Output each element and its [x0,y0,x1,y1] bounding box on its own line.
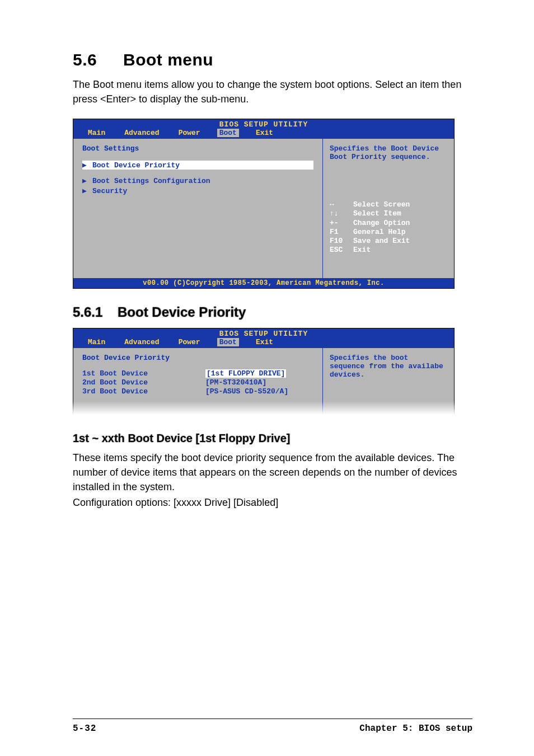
help-text: Specifies the boot sequence from the ava… [330,354,447,379]
menu-item-boot-settings-configuration[interactable]: ▶ Boot Settings Configuration [82,176,313,185]
section-heading: 5.6Boot menu [73,50,472,69]
key-arrows-lr: ↔ [330,200,353,209]
triangle-icon: ▶ [82,161,88,170]
row-value: [PS-ASUS CD-S520/A] [205,387,288,396]
tab-main[interactable]: Main [86,338,107,346]
bios-menubar: Main Advanced Power Boot Exit [73,129,454,139]
bios-help-pane: Specifies the Boot Device Boot Priority … [323,139,454,278]
bios-main-pane: Boot Device Priority 1st Boot Device [1s… [73,348,323,416]
bios-menubar: Main Advanced Power Boot Exit [73,338,454,348]
menu-item-label: Boot Device Priority [92,161,180,170]
row-key: 3rd Boot Device [82,387,205,396]
pane-title: Boot Device Priority [82,354,313,362]
section-title: Boot menu [123,50,213,69]
row-value: [PM-ST320410A] [205,378,266,387]
tab-boot[interactable]: Boot [217,338,239,346]
tab-power[interactable]: Power [176,129,203,137]
key-f1: F1 [330,228,353,237]
tab-exit[interactable]: Exit [254,338,275,346]
tab-advanced[interactable]: Advanced [122,129,161,137]
bios-help-pane: Specifies the boot sequence from the ava… [323,348,454,416]
triangle-icon: ▶ [82,176,88,185]
subsection-title: Boot Device Priority [118,304,246,320]
row-key: 1st Boot Device [82,369,205,378]
tab-boot[interactable]: Boot [217,129,239,137]
boot-device-row-1[interactable]: 1st Boot Device [1st FLOPPY DRIVE] [82,369,313,378]
intro-paragraph: The Boot menu items allow you to change … [73,77,472,106]
menu-item-label: Boot Settings Configuration [92,177,210,185]
tab-power[interactable]: Power [176,338,203,346]
triangle-icon: ▶ [82,186,88,195]
bios-main-pane: Boot Settings ▶ Boot Device Priority ▶ B… [73,139,323,278]
section-number: 5.6 [73,50,123,69]
tab-advanced[interactable]: Advanced [122,338,161,346]
menu-item-boot-device-priority[interactable]: ▶ Boot Device Priority [82,161,313,170]
bios-footer: v00.00 (C)Copyright 1985-2003, American … [73,278,454,288]
item-config-options: Configuration options: [xxxxx Drive] [Di… [73,495,472,510]
help-keys: ↔Select Screen ↑↓Select Item +-Change Op… [330,200,447,255]
help-text: Specifies the Boot Device Boot Priority … [330,144,447,161]
row-key: 2nd Boot Device [82,378,205,387]
boot-device-row-2[interactable]: 2nd Boot Device [PM-ST320410A] [82,378,313,387]
subsection-heading: 5.6.1Boot Device Priority [73,304,472,320]
subsection-number: 5.6.1 [73,304,118,320]
pane-title: Boot Settings [82,144,313,153]
item-heading: 1st ~ xxth Boot Device [1st Floppy Drive… [73,432,472,445]
item-description: These items specify the boot device prio… [73,450,472,494]
bios-screenshot-boot-settings: BIOS SETUP UTILITY Main Advanced Power B… [73,119,455,289]
key-f10: F10 [330,237,353,246]
tab-exit[interactable]: Exit [254,129,275,137]
menu-item-security[interactable]: ▶ Security [82,186,313,195]
bios-screenshot-boot-device-priority: BIOS SETUP UTILITY Main Advanced Power B… [73,328,455,416]
key-plus-minus: +- [330,219,353,228]
page-footer: 5-32 Chapter 5: BIOS setup [73,719,472,734]
tab-main[interactable]: Main [86,129,107,137]
chapter-label: Chapter 5: BIOS setup [359,724,472,734]
bios-title: BIOS SETUP UTILITY [73,328,454,338]
boot-device-row-3[interactable]: 3rd Boot Device [PS-ASUS CD-S520/A] [82,387,313,396]
row-value: [1st FLOPPY DRIVE] [205,369,286,378]
menu-item-label: Security [92,187,127,195]
bios-title: BIOS SETUP UTILITY [73,119,454,129]
page-number: 5-32 [73,724,96,734]
key-arrows-ud: ↑↓ [330,209,353,218]
key-esc: ESC [330,246,353,255]
